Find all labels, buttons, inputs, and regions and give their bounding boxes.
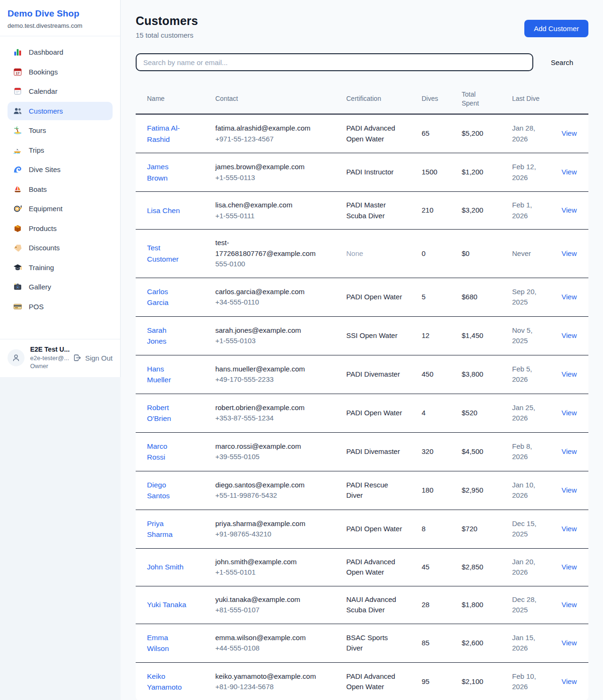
customer-last-dive: Jan 20, 2026	[501, 548, 550, 586]
sidebar-item-bookings[interactable]: 17 Bookings	[8, 63, 113, 82]
customer-name-link[interactable]: Fatima Al-Rashid	[147, 124, 180, 143]
customer-certification: PADI Rescue Diver	[346, 481, 388, 500]
view-customer-link[interactable]: View	[562, 129, 577, 137]
sidebar-item-trips[interactable]: Trips	[8, 141, 113, 160]
customer-dives: 12	[410, 316, 450, 355]
sidebar-item-products[interactable]: Products	[8, 219, 113, 238]
sidebar-item-tours[interactable]: Tours	[8, 121, 113, 140]
customer-total-spent: $1,200	[450, 153, 501, 192]
customer-name-link[interactable]: Robert O'Brien	[147, 404, 171, 423]
view-customer-link[interactable]: View	[562, 447, 577, 455]
sidebar-item-boats[interactable]: Boats	[8, 180, 113, 199]
customer-email: lisa.chen@example.com	[215, 200, 328, 211]
sidebar-item-calendar[interactable]: Calendar	[8, 82, 113, 101]
customer-certification: PADI Master Scuba Diver	[346, 201, 386, 220]
logout-icon	[73, 354, 81, 362]
customer-dives: 45	[410, 548, 450, 586]
sign-out-button[interactable]: Sign Out	[73, 354, 113, 362]
customer-certification: NAUI Advanced Scuba Diver	[346, 595, 396, 614]
customer-dives: 95	[410, 662, 450, 700]
customer-name-link[interactable]: Lisa Chen	[147, 206, 180, 214]
table-row: Keiko Yamamoto keiko.yamamoto@example.co…	[136, 662, 588, 700]
sidebar-item-customers[interactable]: Customers	[8, 102, 113, 121]
view-customer-link[interactable]: View	[562, 563, 577, 571]
customer-name-link[interactable]: Hans Mueller	[147, 365, 171, 384]
customer-last-dive: Jan 15, 2026	[501, 624, 550, 662]
add-customer-button[interactable]: Add Customer	[524, 20, 588, 37]
sidebar-item-label: Trips	[29, 146, 44, 155]
customer-name-link[interactable]: Priya Sharma	[147, 519, 172, 539]
customer-name-link[interactable]: James Brown	[147, 163, 169, 182]
view-customer-link[interactable]: View	[562, 525, 577, 533]
view-customer-link[interactable]: View	[562, 370, 577, 378]
customer-phone: +49-170-555-2233	[215, 374, 328, 385]
view-customer-link[interactable]: View	[562, 249, 577, 257]
customer-phone: +1-555-0103	[215, 336, 328, 346]
sidebar-item-dive-sites[interactable]: Dive Sites	[8, 160, 113, 179]
customer-name-link[interactable]: Test Customer	[147, 244, 179, 263]
camera-icon	[13, 282, 22, 291]
customer-name-link[interactable]: Emma Wilson	[147, 634, 169, 653]
sidebar-item-label: Tours	[29, 126, 46, 135]
customer-phone: +1-555-0111	[215, 211, 328, 222]
view-customer-link[interactable]: View	[562, 639, 577, 647]
customer-name-link[interactable]: John Smith	[147, 563, 184, 571]
customer-total-spent: $680	[450, 278, 501, 316]
view-customer-link[interactable]: View	[562, 677, 577, 685]
customer-email: diego.santos@example.com	[215, 480, 328, 491]
customer-phone: +971-55-123-4567	[215, 134, 328, 145]
view-customer-link[interactable]: View	[562, 293, 577, 301]
sidebar-item-gallery[interactable]: Gallery	[8, 278, 113, 296]
customer-name-link[interactable]: Keiko Yamamoto	[147, 672, 182, 692]
table-row: Robert O'Brien robert.obrien@example.com…	[136, 394, 588, 432]
customer-email: emma.wilson@example.com	[215, 633, 328, 643]
view-customer-link[interactable]: View	[562, 601, 577, 609]
view-customer-link[interactable]: View	[562, 206, 577, 214]
customer-last-dive: Jan 25, 2026	[501, 394, 550, 432]
sidebar: Demo Dive Shop demo.test.divestreams.com…	[0, 0, 121, 377]
brand-block: Demo Dive Shop demo.test.divestreams.com	[0, 0, 120, 36]
customer-phone: +81-90-1234-5678	[215, 682, 328, 692]
customer-name-link[interactable]: Diego Santos	[147, 481, 170, 500]
search-input[interactable]	[136, 53, 533, 71]
customer-total-spent: $2,850	[450, 548, 501, 586]
view-customer-link[interactable]: View	[562, 409, 577, 417]
customer-last-dive: Dec 15, 2025	[501, 510, 550, 548]
customer-name-link[interactable]: Marco Rossi	[147, 442, 167, 461]
table-row: Sarah Jones sarah.jones@example.com +1-5…	[136, 316, 588, 355]
main-content: Customers 15 total customers Add Custome…	[121, 0, 603, 700]
customer-email: fatima.alrashid@example.com	[215, 123, 328, 134]
sidebar-item-label: Dashboard	[29, 48, 63, 57]
avatar	[8, 349, 24, 366]
column-header-certification: Certification	[335, 84, 410, 114]
sidebar-item-label: Products	[29, 224, 57, 233]
customer-phone: +34-555-0110	[215, 297, 328, 308]
sidebar-item-training[interactable]: Training	[8, 258, 113, 277]
table-row: Priya Sharma priya.sharma@example.com +9…	[136, 510, 588, 548]
sidebar-item-equipment[interactable]: Equipment	[8, 199, 113, 218]
customer-email: sarah.jones@example.com	[215, 325, 328, 336]
sidebar-item-pos[interactable]: POS	[8, 297, 113, 316]
column-header-dives: Dives	[410, 84, 450, 114]
person-icon	[11, 353, 21, 362]
customer-certification: BSAC Sports Diver	[346, 634, 388, 652]
search-button[interactable]: Search	[546, 58, 578, 66]
user-footer: E2E Test U... e2e-tester@... Owner Sign …	[0, 339, 120, 377]
customer-dives: 28	[410, 586, 450, 624]
customer-name-link[interactable]: Sarah Jones	[147, 326, 166, 346]
calendar-icon	[13, 87, 22, 96]
customer-phone: +39-555-0105	[215, 452, 328, 462]
customer-dives: 4	[410, 394, 450, 432]
view-customer-link[interactable]: View	[562, 331, 577, 339]
column-header-actions	[550, 84, 588, 114]
island-icon	[13, 126, 22, 135]
sidebar-item-dashboard[interactable]: Dashboard	[8, 43, 113, 62]
table-row: Yuki Tanaka yuki.tanaka@example.com +81-…	[136, 586, 588, 624]
customer-name-link[interactable]: Carlos Garcia	[147, 288, 169, 307]
view-customer-link[interactable]: View	[562, 168, 577, 176]
view-customer-link[interactable]: View	[562, 486, 577, 494]
sidebar-item-discounts[interactable]: Discounts	[8, 239, 113, 257]
sign-out-label: Sign Out	[85, 354, 113, 362]
customer-name-link[interactable]: Yuki Tanaka	[147, 601, 186, 609]
customer-certification: PADI Divemaster	[346, 370, 400, 378]
